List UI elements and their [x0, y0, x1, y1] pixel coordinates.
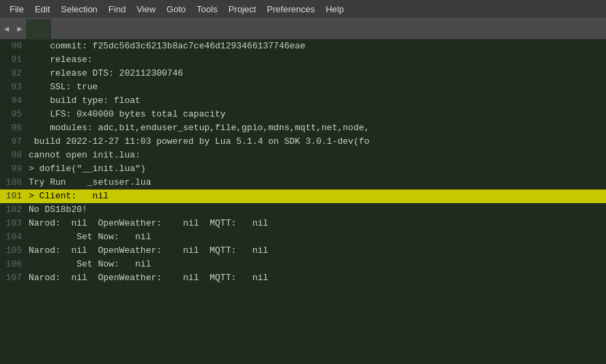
line-number: 93 [0, 80, 29, 94]
line-number: 97 [0, 135, 29, 149]
line-number: 102 [0, 203, 29, 217]
line-number: 90 [0, 40, 29, 53]
line-number: 95 [0, 108, 29, 121]
editor-tab[interactable] [26, 19, 51, 39]
menu-item-tools[interactable]: Tools [191, 2, 222, 16]
line-content: Narod: nil OpenWeather: nil MQTT: nil [29, 244, 268, 258]
table-row: 95 LFS: 0x40000 bytes total capacity [0, 108, 606, 121]
line-content: cannot open init.lua: [29, 149, 141, 162]
line-number: 107 [0, 271, 29, 285]
line-content: Narod: nil OpenWeather: nil MQTT: nil [29, 217, 268, 230]
table-row: 102No DS18b20! [0, 203, 606, 217]
line-content: Set Now: nil [29, 230, 151, 244]
table-row: 101> Client: nil [0, 189, 606, 203]
line-number: 99 [0, 162, 29, 176]
line-number: 103 [0, 217, 29, 230]
line-content: modules: adc,bit,enduser_setup,file,gpio… [29, 121, 369, 135]
line-number: 98 [0, 149, 29, 162]
menu-item-preferences[interactable]: Preferences [261, 2, 320, 16]
line-content: build 2022-12-27 11:03 powered by Lua 5.… [29, 135, 369, 149]
line-content: LFS: 0x40000 bytes total capacity [29, 108, 226, 121]
line-number: 96 [0, 121, 29, 135]
menu-item-file[interactable]: File [4, 2, 29, 16]
table-row: 100Try Run _setuser.lua [0, 176, 606, 189]
tab-bar: ◀ ▶ [0, 19, 606, 40]
editor-area: 90 commit: f25dc56d3c6213b8ac7ce46d12934… [0, 40, 606, 364]
menu-item-edit[interactable]: Edit [29, 2, 55, 16]
menu-item-selection[interactable]: Selection [55, 2, 102, 16]
table-row: 105Narod: nil OpenWeather: nil MQTT: nil [0, 244, 606, 258]
table-row: 94 build type: float [0, 94, 606, 108]
table-row: 91 release: [0, 53, 606, 67]
table-row: 103Narod: nil OpenWeather: nil MQTT: nil [0, 217, 606, 230]
table-row: 98cannot open init.lua: [0, 149, 606, 162]
table-row: 93 SSL: true [0, 80, 606, 94]
line-content: release DTS: 202112300746 [29, 67, 183, 80]
line-content: No DS18b20! [29, 203, 87, 217]
menu-item-help[interactable]: Help [320, 2, 349, 16]
line-content: Narod: nil OpenWeather: nil MQTT: nil [29, 271, 268, 285]
table-row: 104 Set Now: nil [0, 230, 606, 244]
menu-item-find[interactable]: Find [103, 2, 131, 16]
line-content: commit: f25dc56d3c6213b8ac7ce46d12934661… [29, 40, 306, 53]
table-row: 92 release DTS: 202112300746 [0, 67, 606, 80]
table-row: 96 modules: adc,bit,enduser_setup,file,g… [0, 121, 606, 135]
menu-item-view[interactable]: View [131, 2, 161, 16]
line-number: 91 [0, 53, 29, 67]
line-number: 100 [0, 176, 29, 189]
line-content: Set Now: nil [29, 258, 151, 271]
line-number: 101 [0, 189, 29, 203]
table-row: 99> dofile("__init.lua") [0, 162, 606, 176]
line-content: > dofile("__init.lua") [29, 162, 146, 176]
tab-nav-right[interactable]: ▶ [13, 19, 26, 39]
table-row: 106 Set Now: nil [0, 258, 606, 271]
line-number: 106 [0, 258, 29, 271]
line-content: build type: float [29, 94, 141, 108]
line-content: SSL: true [29, 80, 98, 94]
line-number: 94 [0, 94, 29, 108]
table-row: 97 build 2022-12-27 11:03 powered by Lua… [0, 135, 606, 149]
line-content: release: [29, 53, 93, 67]
table-row: 107Narod: nil OpenWeather: nil MQTT: nil [0, 271, 606, 285]
line-number: 105 [0, 244, 29, 258]
line-number: 104 [0, 230, 29, 244]
tab-nav-left[interactable]: ◀ [0, 19, 13, 39]
menu-item-project[interactable]: Project [223, 2, 261, 16]
line-content: Try Run _setuser.lua [29, 176, 151, 189]
line-content: > Client: nil [29, 189, 109, 203]
menu-bar: FileEditSelectionFindViewGotoToolsProjec… [0, 0, 606, 19]
line-number: 92 [0, 67, 29, 80]
table-row: 90 commit: f25dc56d3c6213b8ac7ce46d12934… [0, 40, 606, 53]
menu-item-goto[interactable]: Goto [161, 2, 191, 16]
